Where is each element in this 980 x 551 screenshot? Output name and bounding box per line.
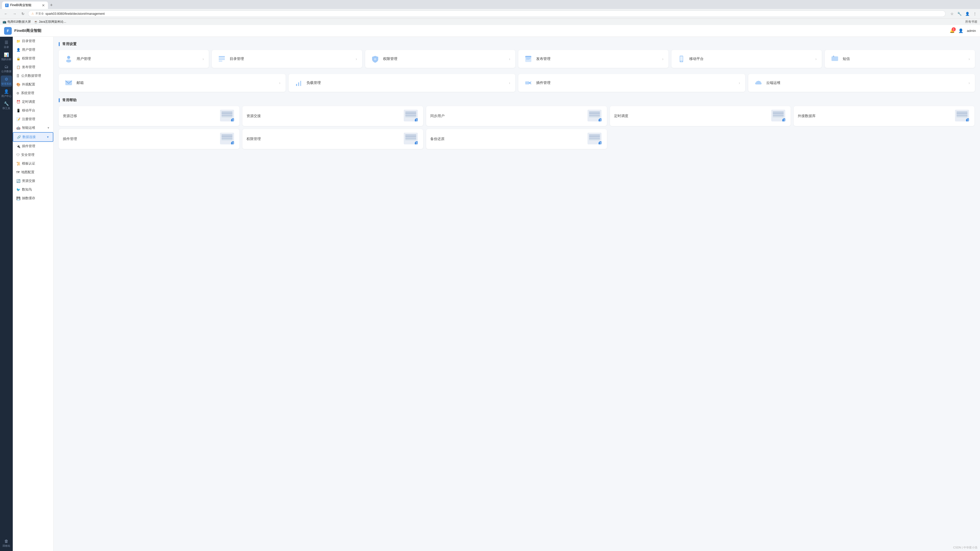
address-bar[interactable]: ⚠ 不安全 spark03:8080/finebi/decision#/mana… xyxy=(28,11,945,17)
card-icon-mailbox xyxy=(64,78,73,88)
sidebar-icon-user-center[interactable]: 👤 用户中心 xyxy=(1,88,12,99)
nav-label-perm-mgmt: 权限管理 xyxy=(22,56,35,61)
nav-plugin-mgmt[interactable]: 🔌 插件管理 xyxy=(13,142,53,151)
card-mailbox[interactable]: 邮箱 › xyxy=(59,74,286,92)
sidebar-icon-my-analysis[interactable]: 📊 我的分析 xyxy=(1,51,12,62)
nav-abstract-cache[interactable]: 💾 抽数缓存 xyxy=(13,194,53,203)
nav-template-auth[interactable]: 📜 模板认证 xyxy=(13,159,53,168)
card-label-cloud-ops: 云端运维 xyxy=(766,81,780,85)
tab-close-button[interactable]: ✕ xyxy=(42,3,45,7)
nav-icon-map-config: 🗺 xyxy=(16,170,20,174)
help-doc-resource-exchange: ? xyxy=(404,110,418,121)
card-left-perm-mgmt: ⚙ 权限管理 xyxy=(370,54,397,64)
bookmark-item-2[interactable]: ☕ Java互联网架构论... xyxy=(34,20,66,24)
card-label-load-mgmt: 负载管理 xyxy=(307,81,321,85)
sidebar-icon-management[interactable]: ⚙ 管理系统 xyxy=(1,76,12,87)
card-catalog-mgmt[interactable]: 目录管理 › xyxy=(212,50,362,68)
nav-system-mgmt[interactable]: ⚙ 系统管理 xyxy=(13,89,53,97)
svg-rect-23 xyxy=(530,84,531,84)
card-left-sms: ⚙ 短信 xyxy=(830,54,850,64)
refresh-button[interactable]: ↻ xyxy=(20,11,26,17)
nav-icon-catalog-mgmt: 📁 xyxy=(16,39,21,43)
svg-rect-12 xyxy=(680,56,682,61)
svg-rect-5 xyxy=(219,61,222,62)
menu-button[interactable]: ⋮ xyxy=(972,11,977,17)
help-card-backup-restore[interactable]: 备份还原 ? xyxy=(426,129,607,149)
help-card-scheduled-task[interactable]: 定时调度 ? xyxy=(610,106,791,126)
nav-label-system-mgmt: 系统管理 xyxy=(21,91,34,95)
card-mobile-platform[interactable]: 移动平台 › xyxy=(671,50,821,68)
help-card-sync-users[interactable]: 同步用户 ? xyxy=(426,106,607,126)
nav-resource-exchange[interactable]: 🔄 资源交接 xyxy=(13,176,53,185)
forward-button[interactable]: → xyxy=(11,11,18,17)
sidebar-icon-public-data[interactable]: 🗂 公共数据 xyxy=(1,63,12,75)
nav-catalog-mgmt[interactable]: 📁 目录管理 xyxy=(13,37,53,45)
bookmark-star-button[interactable]: ☆ xyxy=(950,11,955,17)
help-card-plugin-mgmt-h[interactable]: 插件管理 ? xyxy=(59,129,239,149)
active-tab[interactable]: F FineBI商业智能 ✕ xyxy=(2,2,48,9)
sidebar-icon-catalog[interactable]: ☰ 目录 xyxy=(1,39,12,50)
nav-data-connection[interactable]: 🔗 数据连接 ▼ xyxy=(13,132,53,142)
nav-appearance-config[interactable]: 🎨 外观配置 xyxy=(13,80,53,89)
nav-map-config[interactable]: 🗺 地图配置 xyxy=(13,168,53,176)
back-button[interactable]: ← xyxy=(3,11,9,17)
extensions-button[interactable]: 🔧 xyxy=(956,11,963,17)
card-arrow-cloud-ops: › xyxy=(969,81,970,85)
card-load-mgmt[interactable]: 负载管理 › xyxy=(289,74,515,92)
nav-scheduled-task[interactable]: ⏰ 定时调度 xyxy=(13,97,53,106)
help-doc-external-db: ? xyxy=(955,110,969,121)
card-left-catalog-mgmt: 目录管理 xyxy=(217,54,244,64)
help-card-perm-mgmt-h[interactable]: 权限管理 ? xyxy=(242,129,423,149)
main-content: 常用设置 用户管理 › xyxy=(54,37,980,551)
sidebar-icon-bi-tools[interactable]: 🔧 BI工具 xyxy=(1,100,12,111)
card-cloud-ops[interactable]: 云端运维 › xyxy=(748,74,975,92)
nav-user-mgmt[interactable]: 👤 用户管理 xyxy=(13,45,53,54)
nav-perm-mgmt[interactable]: 🔒 权限管理 xyxy=(13,54,53,63)
card-label-mailbox: 邮箱 xyxy=(76,81,84,85)
top-bar-right: 🔔 1 👤 admin xyxy=(950,28,976,33)
nav-icon-smart-ops: 🤖 xyxy=(16,126,21,130)
profile-button[interactable]: 👤 xyxy=(964,11,970,17)
card-arrow-perm-mgmt: › xyxy=(509,57,510,61)
nav-mobile-platform[interactable]: 📱 移动平台 xyxy=(13,106,53,115)
question-badge-7: ? xyxy=(415,141,418,144)
nav-smart-ops[interactable]: 🤖 智能运维 ▼ xyxy=(13,124,53,132)
svg-rect-9 xyxy=(526,58,531,59)
card-sms[interactable]: ⚙ 短信 › xyxy=(825,50,975,68)
nav-icon-perm-mgmt: 🔒 xyxy=(16,57,21,60)
tab-title: FineBI商业智能 xyxy=(10,3,32,7)
svg-point-0 xyxy=(67,56,70,59)
help-card-resource-migration[interactable]: 资源迁移 ? xyxy=(59,106,239,126)
my-analysis-label: 我的分析 xyxy=(1,58,11,61)
nav-data-bird[interactable]: 🐦 数知鸟 xyxy=(13,185,53,194)
user-center-icon: 👤 xyxy=(4,89,9,94)
card-user-mgmt[interactable]: 用户管理 › xyxy=(59,50,209,68)
help-doc-resource-migration: ? xyxy=(220,110,234,121)
sidebar-icon-recycler[interactable]: 🗑 回收站 xyxy=(1,538,12,549)
card-plugin-mgmt-2[interactable]: 插件管理 › xyxy=(518,74,745,92)
security-icon: ⚠ xyxy=(32,12,34,15)
nav-publish-mgmt[interactable]: 📋 发布管理 xyxy=(13,63,53,71)
nav-security-mgmt[interactable]: 🛡 安全管理 xyxy=(13,151,53,159)
data-connection-chevron: ▼ xyxy=(46,135,49,138)
card-arrow-mailbox: › xyxy=(279,81,280,85)
card-publish-mgmt[interactable]: 发布管理 › xyxy=(518,50,668,68)
nav-registration-mgmt[interactable]: 📝 注册管理 xyxy=(13,115,53,124)
nav-icon-data-bird: 🐦 xyxy=(16,188,21,192)
catalog-label: 目录 xyxy=(4,45,9,49)
nav-label-data-connection: 数据连接 xyxy=(22,135,36,139)
bookmarks-bar: 📺 电商618数据大屏 ☕ Java互联网架构论... 所有书签 xyxy=(0,18,980,25)
help-card-external-db[interactable]: 外接数据库 ? xyxy=(794,106,974,126)
help-card-resource-exchange[interactable]: 资源交接 ? xyxy=(242,106,423,126)
help-doc-plugin-mgmt-h: ? xyxy=(220,133,234,144)
new-tab-button[interactable]: + xyxy=(49,2,54,9)
card-perm-mgmt[interactable]: ⚙ 权限管理 › xyxy=(365,50,515,68)
bookmark-item-1[interactable]: 📺 电商618数据大屏 xyxy=(3,20,31,24)
nav-icon-system-mgmt: ⚙ xyxy=(16,91,19,95)
notification-icon[interactable]: 🔔 1 xyxy=(950,28,955,33)
nav-icon-data-connection: 🔗 xyxy=(17,135,21,139)
all-bookmarks-button[interactable]: 所有书签 xyxy=(965,20,977,24)
user-icon[interactable]: 👤 xyxy=(958,28,963,33)
user-center-label: 用户中心 xyxy=(1,94,11,98)
nav-public-data-mgmt[interactable]: 🗄 公共数据管理 xyxy=(13,71,53,80)
